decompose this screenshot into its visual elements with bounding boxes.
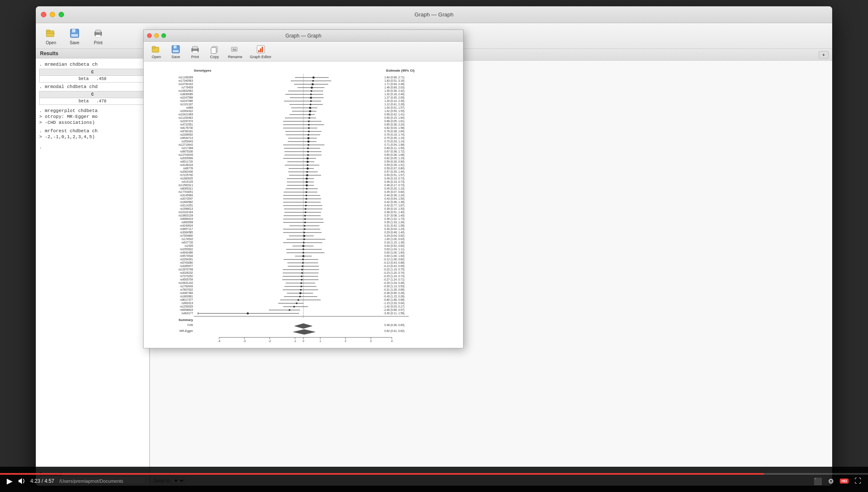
svg-text:rs3857117: rs3857117 — [180, 227, 193, 230]
svg-text:1.84 (0.96, 2.71): 1.84 (0.96, 2.71) — [384, 76, 405, 79]
cmd-line-6: . mrforest chdbeta ch — [39, 128, 146, 134]
svg-text:-3.30 (0.11, 1.58): -3.30 (0.11, 1.58) — [383, 312, 405, 315]
svg-text:-0.13 (0.43, 0.88): -0.13 (0.43, 0.88) — [383, 261, 405, 265]
settings-icon[interactable]: ⚙ — [828, 477, 834, 485]
svg-text:rs9875336: rs9875336 — [180, 150, 193, 153]
new-tab-button[interactable]: + — [819, 51, 829, 59]
svg-text:4: 4 — [391, 340, 393, 342]
svg-point-29 — [313, 77, 315, 79]
svg-text:rs4b3177: rs4b3177 — [182, 312, 193, 315]
svg-text:Estimate (95% CI): Estimate (95% CI) — [386, 69, 414, 72]
close-button[interactable] — [41, 12, 46, 17]
svg-text:0.36 (1.02, 1.73): 0.36 (1.02, 1.73) — [384, 217, 405, 221]
svg-point-201 — [304, 222, 306, 223]
svg-text:0.39 (0.10, 1.53): 0.39 (0.10, 1.53) — [384, 207, 405, 211]
svg-point-145 — [306, 174, 308, 176]
maximize-button[interactable] — [59, 12, 64, 17]
g-save-button[interactable]: Save — [166, 49, 185, 60]
progress-bar[interactable] — [0, 473, 868, 475]
svg-text:rs174532: rs174532 — [182, 238, 193, 241]
open-label: Open — [46, 40, 56, 45]
svg-rect-1 — [46, 30, 50, 32]
svg-text:1.04 (0.51, 1.57): 1.04 (0.51, 1.57) — [384, 106, 405, 110]
svg-text:rs11583311: rs11583311 — [179, 184, 193, 187]
volume-button[interactable] — [18, 477, 25, 485]
cmd-line-7: > -2,-1,0,1,2,3,4,5) — [39, 134, 146, 139]
video-controls: ▶ 4:23 / 4:57 /Users/premiapmot/Document… — [0, 476, 868, 486]
svg-rect-16 — [193, 51, 198, 53]
svg-point-310 — [247, 313, 249, 315]
svg-text:rs11169289: rs11169289 — [179, 76, 193, 79]
g-print-button[interactable]: Print — [186, 49, 204, 60]
results-table-2: C beta .478 — [39, 91, 146, 105]
svg-text:0.03 (1.04, 1.11): 0.03 (1.04, 1.11) — [384, 248, 405, 251]
svg-text:0.67 (0.38, 1.72): 0.67 (0.38, 1.72) — [384, 150, 405, 153]
svg-point-125 — [307, 158, 309, 160]
svg-text:-1.42 (0.03, 0.17): -1.42 (0.03, 0.17) — [383, 305, 405, 308]
subtitles-icon[interactable]: ⬛ — [814, 477, 822, 485]
svg-text:-0.43 (1.15, 0.28): -0.43 (1.15, 0.28) — [383, 295, 405, 298]
svg-text:0.69 (0.11, 1.50): 0.69 (0.11, 1.50) — [384, 147, 405, 150]
svg-text:rs2247568: rs2247568 — [180, 96, 193, 99]
svg-point-45 — [311, 90, 312, 92]
svg-text:Aa: Aa — [233, 49, 236, 51]
svg-rect-4 — [71, 34, 78, 37]
g-open-button[interactable]: Open — [147, 49, 166, 60]
svg-text:0.59 (0.28, 0.90): 0.59 (0.28, 0.90) — [384, 160, 405, 163]
svg-point-97 — [308, 134, 309, 136]
g-print-icon — [190, 49, 201, 55]
g-copy-button[interactable]: Copy — [205, 49, 224, 60]
svg-point-173 — [305, 198, 307, 200]
svg-text:rs12703045: rs12703045 — [179, 153, 193, 156]
svg-text:rs1800961: rs1800961 — [180, 295, 193, 298]
svg-point-225 — [303, 242, 305, 243]
stata-title-bar: Graph — Graph — [36, 6, 832, 23]
fullscreen-icon[interactable]: ⛶ — [855, 477, 861, 485]
svg-point-133 — [307, 164, 308, 166]
svg-point-285 — [300, 292, 302, 294]
svg-text:0.75 (0.35, 1.15): 0.75 (0.35, 1.15) — [384, 136, 405, 140]
svg-text:0.00 (1.00, 1.60): 0.00 (1.00, 1.60) — [384, 251, 405, 254]
svg-point-61 — [310, 104, 311, 105]
print-button[interactable]: Print — [87, 25, 109, 47]
svg-point-185 — [305, 208, 306, 210]
svg-text:1.71 (0.94, 2.48): 1.71 (0.94, 2.48) — [384, 83, 405, 86]
svg-marker-319 — [293, 329, 315, 334]
svg-point-245 — [302, 259, 304, 260]
g-open-icon — [151, 49, 162, 55]
svg-point-157 — [306, 184, 308, 187]
svg-point-65 — [309, 107, 311, 109]
open-button[interactable]: Open — [40, 25, 62, 47]
g-graph-editor-icon — [255, 49, 266, 55]
svg-text:rs10832962: rs10832962 — [179, 89, 193, 92]
save-button[interactable]: Save — [64, 25, 86, 47]
minimize-button[interactable] — [50, 12, 55, 17]
svg-text:1.27 (0.45, 2.09): 1.27 (0.45, 2.09) — [384, 96, 405, 99]
svg-point-117 — [307, 151, 309, 152]
svg-point-37 — [312, 83, 314, 86]
svg-text:0.65 (0.38, 1.68): 0.65 (0.38, 1.68) — [384, 153, 405, 157]
window-controls — [41, 12, 64, 17]
svg-text:rs7807622: rs7807622 — [180, 288, 193, 291]
vc-right: ⬛ ⚙ HD ⛶ — [814, 477, 861, 485]
svg-point-161 — [306, 188, 308, 190]
svg-text:0.59 (0.37, 0.80): 0.59 (0.37, 0.80) — [384, 167, 405, 170]
svg-text:-0.12 (1.06, 0.82): -0.12 (1.06, 0.82) — [383, 258, 405, 261]
play-button[interactable]: ▶ — [7, 476, 13, 486]
svg-text:Summary: Summary — [179, 318, 193, 322]
svg-point-305 — [289, 309, 290, 311]
svg-text:-4: -4 — [218, 340, 220, 342]
svg-text:0.38 (0.51, 1.40): 0.38 (0.51, 1.40) — [384, 211, 405, 214]
svg-point-261 — [301, 272, 303, 274]
svg-text:rs3114251: rs3114251 — [180, 204, 193, 207]
svg-text:rs963319: rs963319 — [182, 302, 193, 305]
svg-point-221 — [303, 238, 305, 240]
svg-text:-0.80 (1.88, 0.68): -0.80 (1.88, 0.68) — [383, 298, 405, 302]
svg-text:rs5763060: rs5763060 — [180, 261, 193, 264]
svg-point-129 — [307, 161, 309, 163]
svg-text:-0.31 (1.28, 0.66): -0.31 (1.28, 0.66) — [383, 288, 405, 291]
results-header: Results — [36, 49, 149, 59]
g-graph-editor-button[interactable]: Graph Editor — [246, 49, 275, 60]
g-rename-button[interactable]: Aa Rename — [225, 49, 246, 60]
svg-text:0.88 (0.05, 1.81): 0.88 (0.05, 1.81) — [384, 120, 405, 123]
